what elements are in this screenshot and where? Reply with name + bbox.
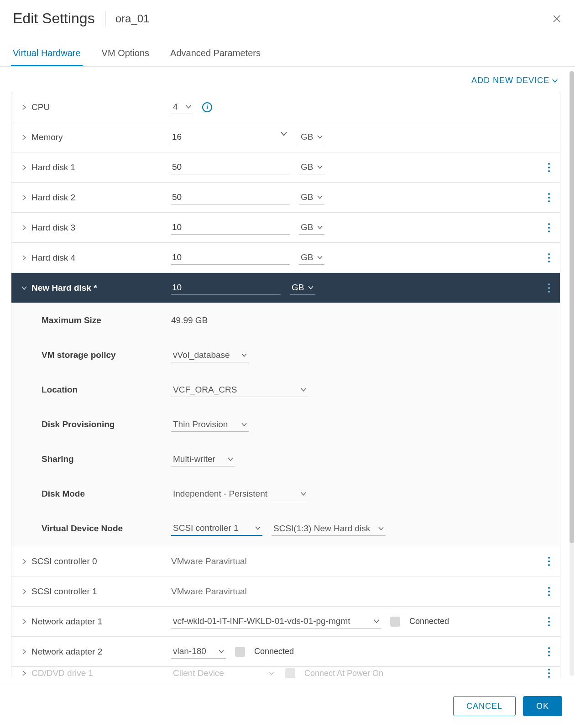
new-hd-size-input[interactable]	[171, 281, 281, 295]
vdn-slot-select[interactable]: SCSI(1:3) New Hard disk	[272, 522, 386, 536]
hd4-size-input[interactable]	[171, 251, 290, 265]
chevron-right-icon[interactable]	[21, 255, 27, 261]
tab-virtual-hardware[interactable]: Virtual Hardware	[11, 43, 83, 66]
chevron-right-icon[interactable]	[21, 225, 27, 230]
chevron-down-icon	[308, 285, 314, 290]
chevron-right-icon[interactable]	[21, 195, 27, 200]
chevron-right-icon[interactable]	[21, 619, 27, 624]
chevron-right-icon[interactable]	[21, 559, 27, 564]
memory-label: Memory	[31, 132, 63, 142]
tab-vm-options[interactable]: VM Options	[100, 43, 151, 66]
new-hd-unit-select[interactable]: GB	[290, 281, 315, 295]
row-new-hard-disk: New Hard disk * GB	[11, 273, 560, 303]
svg-point-7	[548, 227, 550, 229]
cancel-button[interactable]: CANCEL	[453, 696, 516, 716]
scrollbar[interactable]	[570, 71, 574, 676]
max-size-value: 49.99 GB	[171, 315, 208, 325]
close-button[interactable]	[551, 13, 562, 24]
scsi1-actions-menu[interactable]	[544, 587, 560, 597]
cd-connect-checkbox[interactable]	[285, 668, 295, 678]
scsi0-label: SCSI controller 0	[31, 556, 97, 566]
svg-point-11	[548, 261, 550, 262]
chevron-right-icon[interactable]	[21, 135, 27, 140]
chevron-down-icon	[241, 353, 247, 357]
chevron-down-icon	[301, 388, 306, 392]
chevron-down-icon	[228, 457, 233, 461]
hd1-size-input[interactable]	[171, 160, 290, 174]
sub-max-size: Maximum Size 49.99 GB	[11, 303, 560, 338]
net2-connected-checkbox[interactable]	[235, 647, 245, 657]
scsi1-label: SCSI controller 1	[31, 587, 97, 597]
net1-connected-checkbox[interactable]	[390, 617, 400, 627]
new-hd-unit-value: GB	[292, 283, 304, 293]
chevron-down-icon[interactable]	[21, 285, 27, 291]
svg-point-29	[548, 676, 550, 678]
disk-mode-value: Independent - Persistent	[173, 489, 267, 499]
storage-policy-select[interactable]: vVol_database	[171, 348, 249, 362]
hd3-actions-menu[interactable]	[544, 223, 560, 233]
hd3-size-input[interactable]	[171, 220, 290, 235]
hd2-actions-menu[interactable]	[544, 193, 560, 203]
hd1-unit-select[interactable]: GB	[299, 160, 324, 174]
vdn-controller-select[interactable]: SCSI controller 1	[171, 521, 262, 536]
add-new-device-button[interactable]: ADD NEW DEVICE	[471, 76, 558, 85]
hd2-size-input[interactable]	[171, 190, 290, 204]
location-value: VCF_ORA_CRS	[173, 385, 237, 395]
chevron-right-icon[interactable]	[21, 589, 27, 594]
hd4-actions-menu[interactable]	[544, 253, 560, 263]
cd-device-select[interactable]: Client Device	[171, 667, 276, 678]
svg-point-13	[548, 287, 550, 289]
net1-connected-label: Connected	[409, 617, 449, 626]
chevron-down-icon	[317, 135, 323, 139]
chevron-right-icon[interactable]	[21, 649, 27, 655]
location-select[interactable]: VCF_ORA_CRS	[171, 383, 308, 397]
scsi0-actions-menu[interactable]	[544, 556, 560, 566]
row-memory: Memory GB	[11, 122, 560, 152]
new-hd-actions-menu[interactable]	[544, 283, 560, 293]
row-hard-disk-4: Hard disk 4 GB	[11, 243, 560, 273]
hd4-label: Hard disk 4	[31, 253, 75, 263]
info-icon[interactable]: i	[202, 102, 212, 112]
cpu-count-select[interactable]: 4	[171, 100, 193, 114]
hd1-unit-value: GB	[301, 162, 313, 172]
sub-disk-mode: Disk Mode Independent - Persistent	[11, 477, 560, 511]
vdn-slot-value: SCSI(1:3) New Hard disk	[273, 524, 370, 534]
memory-value-input[interactable]	[171, 130, 290, 144]
net2-network-value: vlan-180	[173, 646, 206, 656]
scrollbar-thumb[interactable]	[570, 71, 574, 543]
row-network-1: Network adapter 1 vcf-wkld-01-IT-INF-WKL…	[11, 607, 560, 637]
svg-point-16	[548, 560, 550, 562]
close-icon	[552, 14, 561, 23]
memory-unit-select[interactable]: GB	[299, 130, 324, 144]
disk-mode-select[interactable]: Independent - Persistent	[171, 487, 308, 501]
provisioning-value: Thin Provision	[173, 419, 228, 429]
net1-network-select[interactable]: vcf-wkld-01-IT-INF-WKLD-01-vds-01-pg-mgm…	[171, 614, 381, 628]
net2-network-select[interactable]: vlan-180	[171, 644, 226, 659]
svg-point-23	[548, 624, 550, 626]
hd3-unit-select[interactable]: GB	[299, 220, 324, 235]
chevron-down-icon	[241, 422, 247, 427]
chevron-right-icon[interactable]	[21, 105, 27, 110]
svg-point-6	[548, 223, 550, 225]
dialog-footer: CANCEL OK	[0, 684, 575, 728]
tab-advanced-parameters[interactable]: Advanced Parameters	[168, 43, 262, 66]
svg-point-12	[548, 283, 550, 285]
provisioning-select[interactable]: Thin Provision	[171, 418, 249, 432]
chevron-down-icon	[378, 526, 384, 531]
ok-button[interactable]: OK	[523, 696, 562, 716]
chevron-right-icon[interactable]	[21, 165, 27, 170]
hd2-unit-select[interactable]: GB	[299, 190, 324, 204]
svg-point-8	[548, 230, 550, 232]
row-cpu: CPU 4 i	[11, 92, 560, 122]
svg-point-4	[548, 197, 550, 199]
hd1-actions-menu[interactable]	[544, 162, 560, 173]
sharing-select[interactable]: Multi-writer	[171, 452, 235, 466]
dialog-body: ADD NEW DEVICE CPU	[0, 69, 575, 678]
svg-point-2	[548, 170, 550, 172]
tabs: Virtual Hardware VM Options Advanced Par…	[0, 43, 575, 67]
net1-actions-menu[interactable]	[544, 617, 560, 627]
net2-actions-menu[interactable]	[544, 647, 560, 657]
hd4-unit-select[interactable]: GB	[299, 251, 324, 265]
chevron-right-icon[interactable]	[21, 670, 27, 676]
cd-actions-menu[interactable]	[544, 668, 560, 678]
